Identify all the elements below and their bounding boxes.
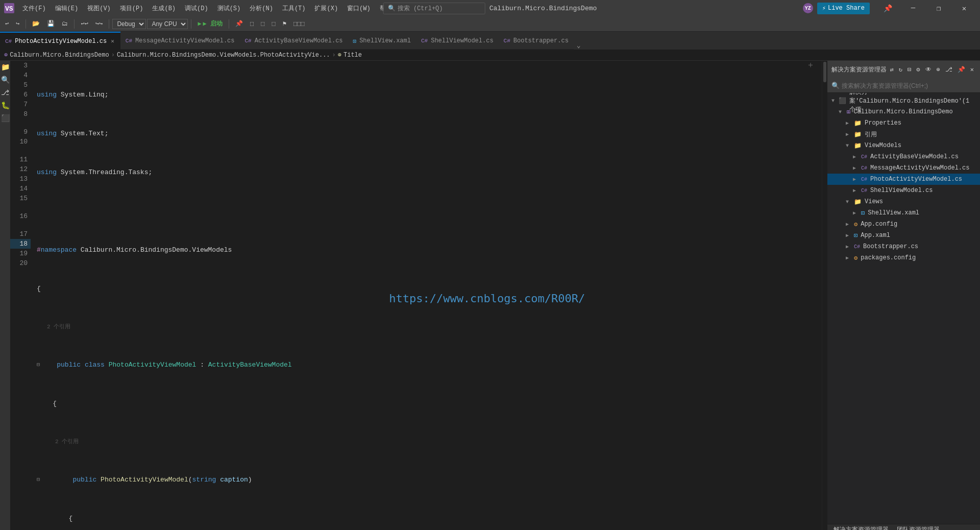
- breadcrumb-project[interactable]: Caliburn.Micro.BindingsDemo: [10, 52, 109, 59]
- cs-file-icon-5: C#: [504, 38, 510, 44]
- breadcrumb-path[interactable]: Caliburn.Micro.BindingsDemo.ViewModels.P…: [117, 52, 330, 59]
- toolbar-breakpoint-button[interactable]: ⚑: [280, 19, 289, 29]
- toolbar-open-button[interactable]: 📂: [29, 19, 43, 29]
- menu-item-v[interactable]: 视图(V): [83, 2, 115, 15]
- toolbar-separator-2: [74, 19, 75, 29]
- se-toolbar-filter-btn[interactable]: ⊕: [935, 65, 942, 75]
- collapse-11[interactable]: ⊟: [37, 475, 40, 485]
- tree-item-8[interactable]: ▶C#ShellViewModel.cs: [827, 185, 980, 196]
- tab-activity-base-viewmodel[interactable]: C# ActivityBaseViewModel.cs: [240, 32, 348, 50]
- tab-overflow-button[interactable]: ⌄: [574, 41, 584, 50]
- debug-config-select[interactable]: Debug: [112, 19, 146, 29]
- breadcrumb-icon: ⊕: [4, 51, 8, 59]
- code-line-5: using System.Threading.Tasks;: [35, 167, 822, 177]
- tree-item-6[interactable]: ▶C#MessageActivityViewModel.cs: [827, 162, 980, 174]
- se-toolbar-collapse-btn[interactable]: ⊟: [905, 65, 913, 75]
- toolbar-save-button[interactable]: 💾: [44, 19, 58, 29]
- menu-item-e[interactable]: 编辑(E): [51, 2, 83, 15]
- editor-container: 3 4 5 6 7 8 9 10 11 12 13 14 15 16 17 18: [10, 61, 827, 530]
- title-bar-left: VS 文件(F)编辑(E)视图(V)项目(P)生成(B)调试(D)测试(S)分析…: [4, 2, 407, 15]
- se-toolbar-preview-btn[interactable]: 👁: [923, 65, 934, 75]
- pin-button[interactable]: 📌: [876, 0, 899, 16]
- activity-extensions-icon[interactable]: ⬛: [1, 114, 10, 123]
- activity-explorer-icon[interactable]: 📁: [1, 63, 10, 71]
- tab-close-1[interactable]: ✕: [110, 37, 115, 45]
- menu-item-s[interactable]: 测试(S): [213, 2, 245, 15]
- tree-item-0[interactable]: ▼⬛解决方案'Caliburn.Micro.BindingsDemo'(1 个项: [827, 95, 980, 106]
- toolbar-step-over-button[interactable]: ⬚: [247, 19, 257, 29]
- menu-item-p[interactable]: 项目(P): [116, 2, 148, 15]
- se-toolbar-git-btn[interactable]: ⎇: [943, 65, 954, 75]
- menu-item-d[interactable]: 调试(D): [181, 2, 212, 15]
- tree-item-9[interactable]: ▼📁Views: [827, 196, 980, 207]
- solution-explorer-tab[interactable]: 解决方案资源管理器: [831, 524, 891, 530]
- code-content[interactable]: using System.Linq; using System.Text; us…: [35, 61, 822, 530]
- restore-button[interactable]: ❐: [927, 0, 950, 16]
- tab-message-activity-viewmodel[interactable]: C# MessageActivityViewModel.cs: [120, 32, 240, 50]
- tree-item-4[interactable]: ▼📁ViewModels: [827, 140, 980, 151]
- se-toolbar-refresh-btn[interactable]: ↻: [897, 65, 904, 75]
- global-search-box[interactable]: 🔍 搜索 (Ctrl+Q): [383, 3, 485, 14]
- minimize-button[interactable]: ─: [901, 0, 925, 16]
- line-num-18: 18: [10, 239, 31, 249]
- line-num-16-codelens: [10, 203, 31, 211]
- menu-item-b[interactable]: 生成(B): [148, 2, 180, 15]
- menu-item-f[interactable]: 文件(F): [18, 2, 50, 15]
- menu-item-n[interactable]: 分析(N): [246, 2, 277, 15]
- activity-debug-icon[interactable]: 🐛: [1, 101, 10, 110]
- se-toolbar-properties-btn[interactable]: ⚙: [914, 65, 922, 75]
- toolbar-forward-button[interactable]: ↪: [13, 19, 22, 29]
- menu-item-x[interactable]: 扩展(X): [310, 2, 342, 15]
- expand-icon-13: ▶: [846, 244, 852, 250]
- toolbar-more-button[interactable]: ⬚⬚⬚: [290, 19, 308, 29]
- se-toolbar-sync-btn[interactable]: ⇄: [888, 65, 896, 75]
- tab-photo-activity-viewmodel[interactable]: C# PhotoActivityViewModel.cs ✕: [0, 32, 120, 50]
- se-toolbar-pin-btn[interactable]: 📌: [955, 65, 967, 75]
- toolbar-step-out-button[interactable]: ⬚: [269, 19, 279, 29]
- tree-item-12[interactable]: ▶⊡App.xaml: [827, 230, 980, 241]
- close-button[interactable]: ✕: [952, 0, 976, 16]
- menu-item-w[interactable]: 窗口(W): [343, 2, 375, 15]
- toolbar-back-button[interactable]: ↩: [2, 19, 12, 29]
- add-icon[interactable]: ＋: [806, 61, 815, 70]
- activity-search-icon[interactable]: 🔍: [1, 76, 10, 84]
- solution-explorer-search-input[interactable]: [842, 82, 976, 89]
- toolbar-step-in-button[interactable]: ⬚: [258, 19, 267, 29]
- code-line-11: ⊟ public PhotoActivityViewModel(string c…: [35, 475, 822, 485]
- breadcrumb-member[interactable]: Title: [344, 52, 362, 59]
- tree-label-8: ShellViewModel.cs: [870, 187, 933, 194]
- toolbar-separator-5: [229, 19, 229, 29]
- file-icon-5: C#: [861, 154, 867, 160]
- code-area[interactable]: 3 4 5 6 7 8 9 10 11 12 13 14 15 16 17 18: [10, 61, 827, 530]
- tab-shell-view-xaml[interactable]: ⊡ ShellView.xaml: [348, 32, 416, 50]
- tree-item-11[interactable]: ▶⚙App.config: [827, 219, 980, 230]
- cpu-config-select[interactable]: Any CPU: [147, 19, 188, 29]
- activity-git-icon[interactable]: ⎇: [1, 88, 9, 97]
- tree-item-5[interactable]: ▶C#ActivityBaseViewModel.cs: [827, 151, 980, 162]
- toolbar-attach-button[interactable]: 📌: [232, 19, 246, 29]
- vertical-scrollbar[interactable]: [822, 61, 827, 530]
- tree-item-3[interactable]: ▶📁引用: [827, 129, 980, 140]
- tab-bootstrapper[interactable]: C# Bootstrapper.cs: [499, 32, 574, 50]
- tree-item-14[interactable]: ▶⚙packages.config: [827, 252, 980, 263]
- toolbar-redo-button[interactable]: ↪↪: [92, 19, 106, 29]
- solution-explorer-tree: ▼⬛解决方案'Caliburn.Micro.BindingsDemo'(1 个项…: [827, 93, 980, 524]
- menu-item-t[interactable]: 工具(T): [278, 2, 310, 15]
- tree-item-2[interactable]: ▶📁Properties: [827, 117, 980, 129]
- cs-file-icon-3: C#: [245, 38, 252, 44]
- collapse-9[interactable]: ⊟: [37, 360, 40, 370]
- scrollbar-thumb[interactable]: [823, 62, 826, 82]
- tab-shell-viewmodel[interactable]: C# ShellViewModel.cs: [416, 32, 499, 50]
- file-icon-3: 📁: [854, 131, 862, 138]
- tree-item-13[interactable]: ▶C#Bootstrapper.cs: [827, 241, 980, 252]
- expand-icon-11: ▶: [846, 221, 852, 227]
- start-button[interactable]: ▶ ▶ 启动: [194, 18, 226, 29]
- cs-file-icon-1: C#: [5, 38, 12, 44]
- tree-item-10[interactable]: ▶⊡ShellView.xaml: [827, 207, 980, 219]
- live-share-button[interactable]: ⚡ Live Share: [817, 3, 870, 14]
- toolbar-save-all-button[interactable]: 🗂: [59, 19, 71, 29]
- toolbar-undo-button[interactable]: ↩↩: [78, 19, 91, 29]
- se-toolbar-close-btn[interactable]: ✕: [968, 65, 976, 75]
- tree-item-7[interactable]: ▶C#PhotoActivityViewModel.cs: [827, 174, 980, 185]
- team-explorer-tab[interactable]: 团队资源管理器: [895, 524, 942, 530]
